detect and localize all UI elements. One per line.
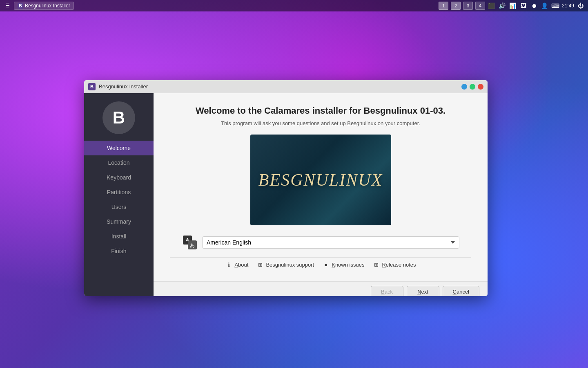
taskbar-right: 1 2 3 4 ⬛ 🔊 📊 🖼 ⏺ 👤 ⌨ 21:49 ⏻ xyxy=(439,2,588,10)
back-button[interactable]: Back xyxy=(371,286,403,296)
taskbar-left: ☰ B Besgnulinux Installer xyxy=(0,0,74,11)
display-icon[interactable]: ⬛ xyxy=(488,2,496,10)
support-icon: ⊞ xyxy=(256,261,264,268)
record-icon[interactable]: ⏺ xyxy=(530,2,538,10)
distro-banner: BESGNULINUX xyxy=(250,135,391,225)
welcome-subtitle: This program will ask you some questions… xyxy=(221,120,420,126)
about-icon: ℹ xyxy=(225,261,232,268)
button-row: Back Next Cancel xyxy=(154,281,488,296)
taskbar-app-label: Besgnulinux Installer xyxy=(25,3,70,9)
installer-window: B Besgnulinux Installer B Welcome Locati… xyxy=(84,80,488,296)
language-icon: A あ xyxy=(182,234,198,251)
sidebar-item-location[interactable]: Location xyxy=(84,155,154,170)
known-issues-link[interactable]: ● Known issues xyxy=(322,261,364,268)
clock: 21:49 xyxy=(562,3,574,9)
links-row: ℹ About ⊞ Besgnulinux support ● Known is… xyxy=(170,257,471,273)
taskbar-app-button[interactable]: B Besgnulinux Installer xyxy=(14,2,74,10)
besgnulinux-support-link[interactable]: ⊞ Besgnulinux support xyxy=(256,261,314,268)
svg-text:あ: あ xyxy=(190,242,195,248)
next-button[interactable]: Next xyxy=(407,286,439,296)
sidebar: B Welcome Location Keyboard Partitions U… xyxy=(84,93,154,296)
taskbar: ☰ B Besgnulinux Installer 1 2 3 4 ⬛ 🔊 📊 … xyxy=(0,0,588,11)
power-icon[interactable]: ⏻ xyxy=(577,2,585,10)
sidebar-item-users[interactable]: Users xyxy=(84,200,154,214)
workspace-2[interactable]: 2 xyxy=(451,2,461,10)
release-notes-icon: ⊞ xyxy=(372,261,380,268)
language-select[interactable]: American English English (UK) Français D… xyxy=(202,236,459,249)
close-button[interactable] xyxy=(478,84,483,90)
issues-icon: ● xyxy=(322,261,330,268)
workspace-3[interactable]: 3 xyxy=(463,2,473,10)
sidebar-logo: B xyxy=(102,101,135,134)
title-bar-text: Besgnulinux Installer xyxy=(99,83,461,90)
image-icon[interactable]: 🖼 xyxy=(519,2,528,10)
workspace-1[interactable]: 1 xyxy=(439,2,448,10)
content-body: Welcome to the Calamares installer for B… xyxy=(154,93,488,281)
title-bar-icon: B xyxy=(88,83,96,90)
sidebar-item-welcome[interactable]: Welcome xyxy=(84,141,154,155)
user-icon[interactable]: 👤 xyxy=(541,2,549,10)
keyboard-layout-icon[interactable]: ⌨ xyxy=(551,2,559,10)
window-body: B Welcome Location Keyboard Partitions U… xyxy=(84,93,488,296)
network-icon[interactable]: 📊 xyxy=(509,2,517,10)
about-link[interactable]: ℹ About xyxy=(225,261,248,268)
workspace-4[interactable]: 4 xyxy=(475,2,485,10)
taskbar-menu-button[interactable]: ☰ xyxy=(2,0,13,11)
sidebar-nav: Welcome Location Keyboard Partitions Use… xyxy=(84,141,154,258)
cancel-button[interactable]: Cancel xyxy=(443,286,479,296)
title-bar: B Besgnulinux Installer xyxy=(84,80,488,93)
taskbar-app-icon: B xyxy=(18,3,23,9)
maximize-button[interactable] xyxy=(470,84,475,90)
sidebar-item-summary[interactable]: Summary xyxy=(84,214,154,229)
sidebar-item-finish[interactable]: Finish xyxy=(84,244,154,258)
distro-name: BESGNULINUX xyxy=(258,170,383,190)
sidebar-item-partitions[interactable]: Partitions xyxy=(84,185,154,200)
main-content: Welcome to the Calamares installer for B… xyxy=(154,93,488,296)
welcome-title: Welcome to the Calamares installer for B… xyxy=(196,105,445,116)
volume-icon[interactable]: 🔊 xyxy=(498,2,506,10)
sidebar-item-keyboard[interactable]: Keyboard xyxy=(84,170,154,185)
sidebar-item-install[interactable]: Install xyxy=(84,229,154,244)
minimize-button[interactable] xyxy=(461,84,467,90)
window-controls xyxy=(461,84,483,90)
release-notes-link[interactable]: ⊞ Release notes xyxy=(372,261,416,268)
language-row: A あ American English English (UK) França… xyxy=(182,234,459,251)
